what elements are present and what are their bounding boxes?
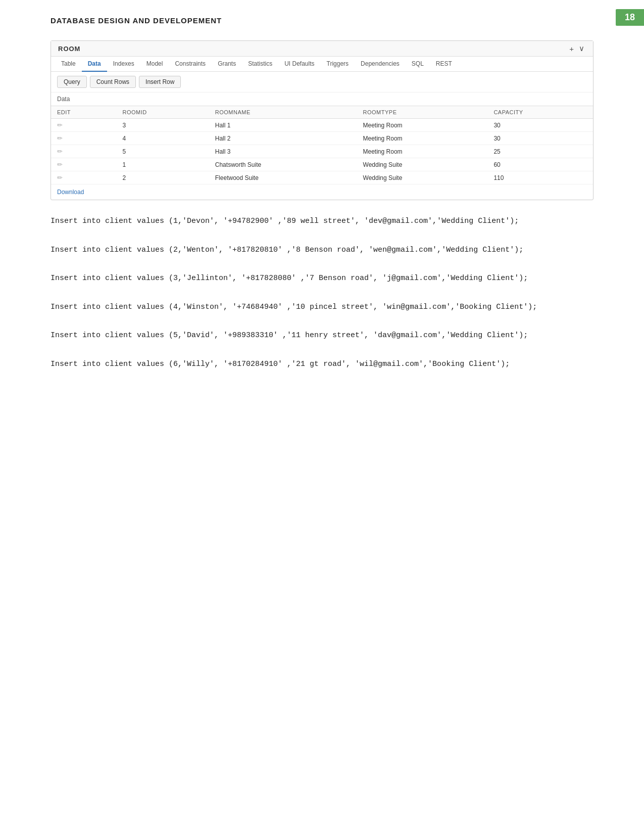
roomname-cell: Hall 2 [209, 132, 357, 145]
sql-insert-2: Insert into client values (2,'Wenton', '… [51, 243, 593, 258]
roomname-cell: Hall 3 [209, 145, 357, 158]
capacity-cell: 110 [487, 171, 593, 184]
roomtype-cell: Meeting Room [357, 119, 488, 132]
panel-header: ROOM + ∨ [51, 41, 593, 57]
sql-insert-4: Insert into client values (4,'Winston', … [51, 300, 593, 315]
panel-actions: + ∨ [568, 44, 586, 53]
table-row: ✏4Hall 2Meeting Room30 [51, 132, 593, 145]
data-table: EDITROOMIDROOMNAMEROOMTYPECAPACITY ✏3Hal… [51, 106, 593, 184]
plus-button[interactable]: + [568, 44, 575, 53]
capacity-cell: 30 [487, 119, 593, 132]
roomtype-cell: Wedding Suite [357, 171, 488, 184]
sql-insert-6: Insert into client values (6,'Willy', '+… [51, 357, 593, 372]
action-btn-query[interactable]: Query [57, 76, 87, 88]
edit-cell[interactable]: ✏ [51, 119, 117, 132]
tab-table[interactable]: Table [55, 57, 82, 72]
action-row: QueryCount RowsInsert Row [51, 72, 593, 92]
page-title: DATABASE DESIGN AND DEVELOPEMENT [51, 16, 222, 25]
edit-cell[interactable]: ✏ [51, 158, 117, 171]
roomname-cell: Hall 1 [209, 119, 357, 132]
roomid-cell: 3 [117, 119, 209, 132]
edit-icon[interactable]: ✏ [57, 161, 63, 168]
action-btn-insert-row[interactable]: Insert Row [139, 76, 181, 88]
edit-icon[interactable]: ✏ [57, 148, 63, 155]
capacity-cell: 25 [487, 145, 593, 158]
roomid-cell: 2 [117, 171, 209, 184]
sql-text-content: Insert into client values (1,'Devon', '+… [51, 214, 593, 372]
roomid-cell: 1 [117, 158, 209, 171]
db-panel: ROOM + ∨ TableDataIndexesModelConstraint… [51, 40, 593, 200]
roomid-cell: 5 [117, 145, 209, 158]
col-header-roomtype: ROOMTYPE [357, 106, 488, 119]
edit-cell[interactable]: ✏ [51, 132, 117, 145]
tab-statistics[interactable]: Statistics [242, 57, 278, 72]
tab-sql[interactable]: SQL [406, 57, 430, 72]
col-header-edit: EDIT [51, 106, 117, 119]
table-row: ✏1Chatsworth SuiteWedding Suite60 [51, 158, 593, 171]
download-link[interactable]: Download [51, 184, 90, 200]
capacity-cell: 60 [487, 158, 593, 171]
col-header-capacity: CAPACITY [487, 106, 593, 119]
table-row: ✏2Fleetwood SuiteWedding Suite110 [51, 171, 593, 184]
edit-icon[interactable]: ✏ [57, 174, 63, 181]
edit-icon[interactable]: ✏ [57, 134, 63, 142]
edit-icon[interactable]: ✏ [57, 121, 63, 129]
tabs-row: TableDataIndexesModelConstraintsGrantsSt… [51, 57, 593, 72]
table-row: ✏5Hall 3Meeting Room25 [51, 145, 593, 158]
edit-cell[interactable]: ✏ [51, 171, 117, 184]
col-header-roomname: ROOMNAME [209, 106, 357, 119]
roomtype-cell: Meeting Room [357, 132, 488, 145]
tab-data[interactable]: Data [82, 57, 107, 72]
data-section-label: Data [51, 92, 593, 106]
edit-cell[interactable]: ✏ [51, 145, 117, 158]
tab-grants[interactable]: Grants [212, 57, 242, 72]
tab-constraints[interactable]: Constraints [169, 57, 212, 72]
roomname-cell: Fleetwood Suite [209, 171, 357, 184]
col-header-roomid: ROOMID [117, 106, 209, 119]
tab-dependencies[interactable]: Dependencies [355, 57, 406, 72]
chevron-button[interactable]: ∨ [577, 44, 586, 53]
roomtype-cell: Wedding Suite [357, 158, 488, 171]
action-btn-count-rows[interactable]: Count Rows [90, 76, 136, 88]
tab-rest[interactable]: REST [430, 57, 458, 72]
table-row: ✏3Hall 1Meeting Room30 [51, 119, 593, 132]
tab-ui-defaults[interactable]: UI Defaults [278, 57, 320, 72]
roomname-cell: Chatsworth Suite [209, 158, 357, 171]
roomid-cell: 4 [117, 132, 209, 145]
tab-indexes[interactable]: Indexes [107, 57, 140, 72]
sql-insert-3: Insert into client values (3,'Jellinton'… [51, 271, 593, 286]
capacity-cell: 30 [487, 132, 593, 145]
sql-insert-5: Insert into client values (5,'David', '+… [51, 329, 593, 343]
sql-insert-1: Insert into client values (1,'Devon', '+… [51, 214, 593, 229]
page-number-badge: 18 [616, 9, 644, 26]
roomtype-cell: Meeting Room [357, 145, 488, 158]
panel-title: ROOM [58, 45, 80, 53]
tab-triggers[interactable]: Triggers [321, 57, 355, 72]
tab-model[interactable]: Model [140, 57, 169, 72]
